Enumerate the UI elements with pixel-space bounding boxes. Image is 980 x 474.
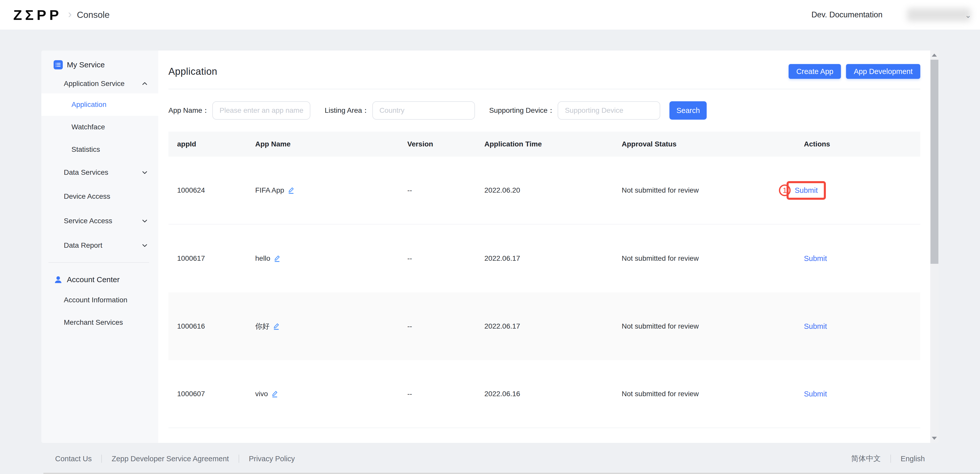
cell-version: -- bbox=[407, 186, 484, 194]
sidebar-item-data-report[interactable]: Data Report bbox=[41, 233, 158, 258]
language-english-link[interactable]: English bbox=[900, 455, 925, 463]
sidebar-item-account-information[interactable]: Account Information bbox=[41, 289, 158, 311]
chevron-up-icon bbox=[142, 80, 148, 87]
submit-link[interactable]: Submit bbox=[804, 322, 827, 331]
table-row: 1000624 FIFA App -- 2022.06.20 Not submi… bbox=[169, 157, 920, 224]
sidebar-item-application[interactable]: Application bbox=[41, 93, 158, 116]
cell-actions: 1 Submit bbox=[804, 181, 920, 200]
table-row: 1000607 vivo -- 2022.06.16 Not submitted… bbox=[169, 360, 920, 428]
cell-version: -- bbox=[407, 390, 484, 398]
language-simplified-chinese-link[interactable]: 简体中文 bbox=[851, 453, 881, 464]
submit-link[interactable]: Submit bbox=[804, 254, 827, 263]
user-name-redacted bbox=[907, 8, 971, 21]
breadcrumb: Console bbox=[77, 10, 110, 20]
cell-approval-status: Not submitted for review bbox=[622, 390, 804, 398]
my-service-list-icon bbox=[54, 60, 63, 69]
app-development-button[interactable]: App Development bbox=[846, 64, 920, 79]
cell-appid: 1000617 bbox=[177, 254, 255, 262]
user-account-menu[interactable]: ⌄ bbox=[907, 8, 971, 21]
table-header: appId App Name Version Application Time … bbox=[169, 132, 920, 157]
sidebar: My Service Application Service Applicati… bbox=[41, 51, 158, 443]
chevron-down-icon bbox=[142, 218, 148, 224]
table-row: 1000616 你好 -- 2022.06.17 Not submitted f… bbox=[169, 293, 920, 360]
sidebar-item-merchant-services[interactable]: Merchant Services bbox=[41, 311, 158, 334]
language-switcher: 简体中文 English bbox=[851, 453, 925, 464]
col-appid: appId bbox=[177, 140, 255, 148]
table-row: 1000617 hello -- 2022.06.17 Not submitte… bbox=[169, 224, 920, 293]
cell-application-time: 2022.06.16 bbox=[484, 390, 622, 398]
col-actions: Actions bbox=[804, 140, 920, 148]
footer-links: Contact Us Zepp Developer Service Agreem… bbox=[55, 455, 295, 463]
scrollbar-down-arrow-icon[interactable] bbox=[932, 437, 937, 440]
main-content: Application Create App App Development A… bbox=[158, 51, 939, 443]
sidebar-item-watchface[interactable]: Watchface bbox=[41, 116, 158, 138]
app-name-label: App Name： bbox=[169, 106, 209, 115]
sidebar-item-application-service[interactable]: Application Service bbox=[41, 74, 158, 93]
col-version: Version bbox=[407, 140, 484, 148]
sidebar-section-title: Account Center bbox=[67, 275, 120, 284]
listing-area-input[interactable] bbox=[372, 101, 475, 120]
search-button[interactable]: Search bbox=[670, 101, 707, 120]
footer-separator bbox=[101, 455, 102, 463]
cell-approval-status: Not submitted for review bbox=[622, 186, 804, 194]
app-header: ZΣPP › Console Dev. Documentation ⌄ bbox=[0, 0, 980, 30]
main-header-row: Application Create App App Development bbox=[169, 51, 920, 89]
footer-separator bbox=[239, 455, 239, 463]
zepp-logo[interactable]: ZΣPP bbox=[13, 6, 62, 23]
cell-version: -- bbox=[407, 254, 484, 262]
cell-app-name: vivo bbox=[255, 390, 407, 398]
filter-bar: App Name： Listing Area： Supporting Devic… bbox=[169, 89, 920, 132]
cell-actions: Submit bbox=[804, 254, 920, 263]
header-buttons: Create App App Development bbox=[789, 64, 920, 79]
cell-application-time: 2022.06.17 bbox=[484, 322, 622, 330]
breadcrumb-chevron-icon: › bbox=[68, 8, 72, 21]
edit-pencil-icon[interactable] bbox=[273, 254, 282, 262]
submit-link[interactable]: Submit bbox=[804, 390, 827, 398]
sidebar-section-my-service: My Service bbox=[41, 56, 158, 74]
privacy-policy-link[interactable]: Privacy Policy bbox=[249, 455, 295, 463]
cell-app-name: 你好 bbox=[255, 321, 407, 331]
footer-separator bbox=[891, 455, 891, 463]
edit-pencil-icon[interactable] bbox=[287, 186, 296, 194]
app-name-input[interactable] bbox=[212, 101, 310, 120]
scrollbar-thumb[interactable] bbox=[931, 60, 939, 264]
cell-app-name: hello bbox=[255, 254, 407, 262]
cell-app-name: FIFA App bbox=[255, 186, 407, 194]
account-center-user-icon bbox=[54, 275, 63, 284]
dev-documentation-link[interactable]: Dev. Documentation bbox=[811, 10, 883, 19]
sidebar-item-data-services[interactable]: Data Services bbox=[41, 161, 158, 184]
vertical-scrollbar[interactable] bbox=[930, 51, 939, 443]
sidebar-item-service-access[interactable]: Service Access bbox=[41, 209, 158, 233]
user-dropdown-chevron-icon: ⌄ bbox=[965, 11, 971, 20]
col-application-time: Application Time bbox=[484, 140, 622, 148]
create-app-button[interactable]: Create App bbox=[789, 64, 841, 79]
col-app-name: App Name bbox=[255, 140, 407, 148]
submit-link[interactable]: Submit bbox=[795, 186, 818, 194]
sidebar-item-device-access[interactable]: Device Access bbox=[41, 184, 158, 209]
page-title: Application bbox=[169, 66, 217, 77]
sidebar-divider bbox=[48, 262, 149, 263]
sidebar-section-account-center: Account Center bbox=[41, 270, 158, 289]
edit-pencil-icon[interactable] bbox=[271, 390, 279, 398]
cell-approval-status: Not submitted for review bbox=[622, 254, 804, 262]
col-approval-status: Approval Status bbox=[622, 140, 804, 148]
chevron-down-icon bbox=[142, 242, 148, 249]
developer-service-agreement-link[interactable]: Zepp Developer Service Agreement bbox=[111, 455, 229, 463]
cell-actions: Submit bbox=[804, 390, 920, 398]
contact-us-link[interactable]: Contact Us bbox=[55, 455, 92, 463]
header-right: Dev. Documentation ⌄ bbox=[811, 8, 971, 21]
sidebar-section-title: My Service bbox=[67, 60, 105, 69]
window-bottom-edge bbox=[43, 473, 980, 474]
listing-area-label: Listing Area： bbox=[325, 106, 369, 115]
supporting-device-label: Supporting Device： bbox=[489, 106, 555, 115]
cell-approval-status: Not submitted for review bbox=[622, 322, 804, 330]
cell-version: -- bbox=[407, 322, 484, 330]
page-footer: Contact Us Zepp Developer Service Agreem… bbox=[55, 450, 925, 468]
supporting-device-input[interactable] bbox=[558, 101, 660, 120]
scrollbar-up-arrow-icon[interactable] bbox=[932, 54, 937, 57]
sidebar-item-statistics[interactable]: Statistics bbox=[41, 138, 158, 161]
chevron-down-icon bbox=[142, 169, 148, 176]
cell-actions: Submit bbox=[804, 322, 920, 331]
edit-pencil-icon[interactable] bbox=[272, 322, 281, 330]
cell-application-time: 2022.06.20 bbox=[484, 186, 622, 194]
